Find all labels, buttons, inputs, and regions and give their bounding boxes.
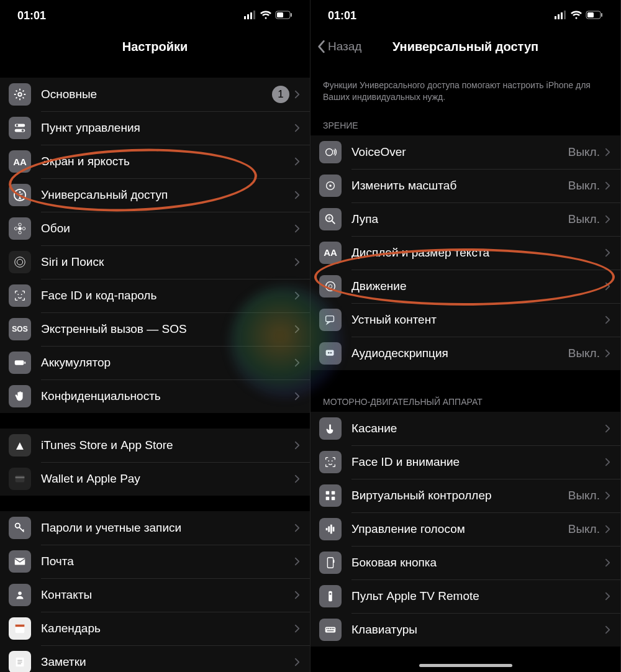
cell-magnifier[interactable]: ЛупаВыкл. <box>310 202 620 236</box>
cell-general[interactable]: Основные1 <box>0 78 310 111</box>
svg-rect-52 <box>326 316 334 321</box>
signal-icon <box>244 9 256 22</box>
chevron-right-icon <box>605 315 610 325</box>
notes-icon <box>9 651 31 672</box>
cell-label: Аудиодескрипция <box>351 347 568 360</box>
status-right <box>244 9 292 22</box>
cell-touch[interactable]: Касание <box>310 412 620 445</box>
settings-group: Основные1Пункт управленияAAЭкран и яркос… <box>0 78 310 413</box>
touch-icon <box>319 417 342 440</box>
cell-zoom[interactable]: Изменить масштабВыкл. <box>310 169 620 202</box>
cell-spoken[interactable]: Устный контент <box>310 303 620 337</box>
section-header: МОТОРНО-ДВИГАТЕЛЬНЫЙ АППАРАТ <box>310 386 620 412</box>
magnifier-icon <box>319 208 342 230</box>
cell-control[interactable]: Пункт управления <box>0 111 310 145</box>
svg-point-43 <box>326 148 333 155</box>
cell-itunes[interactable]: ▲iTunes Store и App Store <box>0 429 310 462</box>
sidebtn-icon <box>319 552 342 574</box>
cell-remote[interactable]: Пульт Apple TV Remote <box>310 579 620 613</box>
cell-audiodesc[interactable]: АудиодескрипцияВыкл. <box>310 337 620 370</box>
cell-contacts[interactable]: Контакты <box>0 578 310 612</box>
cell-value: Выкл. <box>568 212 600 226</box>
svg-point-51 <box>329 284 332 288</box>
svg-point-29 <box>18 592 22 596</box>
grid-icon <box>319 484 342 507</box>
svg-rect-38 <box>561 12 563 19</box>
cell-privacy[interactable]: Конфиденциальность <box>0 379 310 413</box>
cell-displaytext[interactable]: AAДисплей и размер текста <box>310 236 620 270</box>
svg-rect-1 <box>247 14 249 19</box>
chevron-right-icon <box>605 558 610 568</box>
cell-voiceover[interactable]: VoiceOverВыкл. <box>310 135 620 169</box>
chevron-right-icon <box>294 324 300 334</box>
svg-rect-53 <box>326 350 334 355</box>
wifi-icon <box>260 9 271 22</box>
cell-label: Боковая кнопка <box>351 556 605 570</box>
svg-point-16 <box>19 231 22 234</box>
svg-rect-37 <box>558 14 560 19</box>
svg-point-27 <box>16 524 20 528</box>
settings-group: ▲iTunes Store и App StoreWallet и Apple … <box>0 429 310 496</box>
back-label: Назад <box>328 40 361 53</box>
cell-motion[interactable]: Движение <box>310 270 620 303</box>
cell-label: Заметки <box>41 655 294 669</box>
section-description: Функции Универсального доступа помогают … <box>310 62 620 109</box>
remote-icon <box>319 585 342 607</box>
chevron-right-icon <box>605 424 610 434</box>
speech-icon <box>319 309 342 331</box>
cell-faceid[interactable]: Face ID и код-пароль <box>0 279 310 312</box>
sos-icon: SOS <box>9 318 31 340</box>
svg-point-15 <box>19 223 22 226</box>
cell-label: Экстренный вызов — SOS <box>41 322 294 336</box>
section-header: ЗРЕНИЕ <box>310 109 620 135</box>
svg-point-50 <box>326 281 335 291</box>
settings-group: VoiceOverВыкл.Изменить масштабВыкл.ЛупаВ… <box>310 135 620 370</box>
mail-icon <box>9 550 31 573</box>
svg-rect-31 <box>16 625 25 627</box>
svg-rect-64 <box>330 524 332 534</box>
cell-label: Виртуальный контроллер <box>351 489 568 502</box>
cell-sidebutton[interactable]: Боковая кнопка <box>310 546 620 579</box>
cell-value: Выкл. <box>568 489 600 502</box>
svg-rect-62 <box>326 528 328 530</box>
cell-display[interactable]: AAЭкран и яркость <box>0 145 310 178</box>
svg-point-7 <box>18 93 22 96</box>
signal-icon <box>555 9 567 22</box>
wallet-icon <box>9 468 31 490</box>
cell-wallpaper[interactable]: Обои <box>0 212 310 245</box>
cell-mail[interactable]: Почта <box>0 545 310 578</box>
cell-sos[interactable]: SOSЭкстренный вызов — SOS <box>0 312 310 346</box>
cell-access[interactable]: Универсальный доступ <box>0 178 310 212</box>
cell-keyboards[interactable]: Клавиатуры <box>310 613 620 647</box>
cell-value: Выкл. <box>568 145 600 159</box>
cell-calendar[interactable]: Календарь <box>0 612 310 645</box>
svg-point-56 <box>328 460 329 461</box>
cell-battery[interactable]: Аккумулятор <box>0 346 310 379</box>
flower-icon <box>9 217 31 240</box>
chevron-right-icon <box>294 291 300 301</box>
svg-rect-0 <box>244 16 246 19</box>
cell-label: Движение <box>351 279 605 293</box>
chevron-right-icon <box>605 214 610 224</box>
cell-passwords[interactable]: Пароли и учетные записи <box>0 511 310 545</box>
cell-label: Основные <box>41 88 272 101</box>
settings-group: КасаниеFace ID и вниманиеВиртуальный кон… <box>310 412 620 647</box>
cell-label: Обои <box>41 222 294 235</box>
status-time: 01:01 <box>17 9 46 22</box>
svg-point-57 <box>332 460 333 461</box>
chevron-right-icon <box>294 590 300 600</box>
cell-siri[interactable]: Siri и Поиск <box>0 245 310 279</box>
cell-notes[interactable]: Заметки <box>0 645 310 672</box>
cell-wallet[interactable]: Wallet и Apple Pay <box>0 462 310 496</box>
cell-label: Аккумулятор <box>41 356 294 370</box>
chevron-right-icon <box>605 181 610 191</box>
back-button[interactable]: Назад <box>317 40 361 53</box>
cell-faceatt[interactable]: Face ID и внимание <box>310 445 620 479</box>
cell-voicectrl[interactable]: Управление голосомВыкл. <box>310 512 620 546</box>
svg-rect-71 <box>327 630 334 631</box>
status-bar: 01:01 <box>0 0 310 31</box>
cell-switchctrl[interactable]: Виртуальный контроллерВыкл. <box>310 479 620 512</box>
cell-value: Выкл. <box>568 522 600 536</box>
chevron-right-icon <box>294 624 300 633</box>
svg-point-21 <box>17 294 19 295</box>
